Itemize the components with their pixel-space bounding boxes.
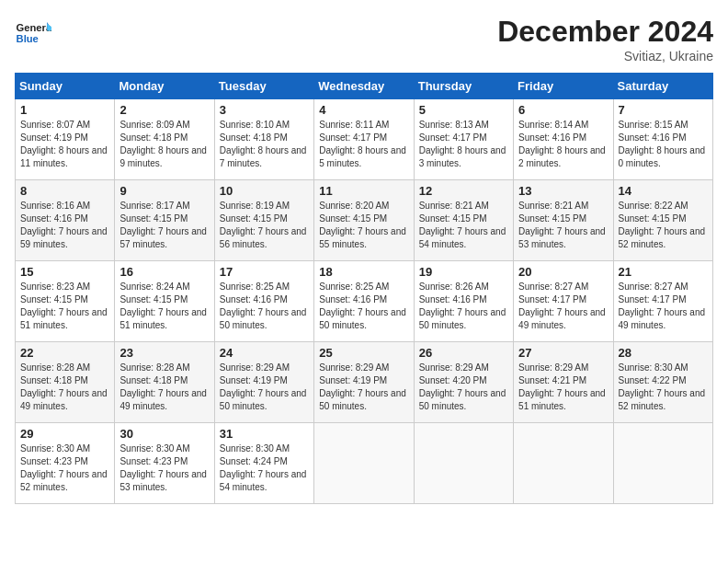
day-info: Sunrise: 8:29 AMSunset: 4:20 PMDaylight:… (419, 362, 508, 413)
calendar-cell (613, 423, 712, 504)
day-info: Sunrise: 8:27 AMSunset: 4:17 PMDaylight:… (619, 281, 708, 332)
day-info: Sunrise: 8:22 AMSunset: 4:15 PMDaylight:… (619, 200, 708, 251)
day-number: 16 (119, 265, 209, 279)
day-number: 6 (518, 103, 608, 117)
calendar-cell: 10Sunrise: 8:19 AMSunset: 4:15 PMDayligh… (214, 180, 313, 261)
svg-text:General: General (17, 22, 51, 33)
day-number: 1 (20, 103, 109, 117)
day-info: Sunrise: 8:27 AMSunset: 4:17 PMDaylight:… (518, 281, 608, 332)
calendar-cell: 13Sunrise: 8:21 AMSunset: 4:15 PMDayligh… (514, 180, 613, 261)
day-info: Sunrise: 8:26 AMSunset: 4:16 PMDaylight:… (419, 281, 508, 332)
weekday-header-monday: Monday (115, 74, 214, 99)
day-number: 11 (319, 184, 408, 198)
day-number: 21 (619, 265, 708, 279)
day-number: 14 (619, 184, 708, 198)
day-info: Sunrise: 8:07 AMSunset: 4:19 PMDaylight:… (20, 119, 109, 170)
day-number: 8 (20, 184, 109, 198)
month-title: December 2024 (497, 15, 713, 49)
day-number: 22 (20, 346, 109, 360)
calendar-cell: 6Sunrise: 8:14 AMSunset: 4:16 PMDaylight… (514, 99, 613, 180)
calendar-table: SundayMondayTuesdayWednesdayThursdayFrid… (15, 73, 713, 504)
day-info: Sunrise: 8:15 AMSunset: 4:16 PMDaylight:… (619, 119, 708, 170)
day-info: Sunrise: 8:21 AMSunset: 4:15 PMDaylight:… (419, 200, 508, 251)
calendar-cell: 30Sunrise: 8:30 AMSunset: 4:23 PMDayligh… (115, 423, 214, 504)
logo-icon: General Blue (15, 15, 51, 52)
day-number: 13 (518, 184, 608, 198)
day-number: 7 (619, 103, 708, 117)
calendar-cell: 7Sunrise: 8:15 AMSunset: 4:16 PMDaylight… (613, 99, 712, 180)
calendar-cell: 1Sunrise: 8:07 AMSunset: 4:19 PMDaylight… (16, 99, 115, 180)
day-info: Sunrise: 8:16 AMSunset: 4:16 PMDaylight:… (20, 200, 109, 251)
day-number: 4 (319, 103, 408, 117)
calendar-cell (314, 423, 414, 504)
day-number: 28 (619, 346, 708, 360)
day-number: 3 (220, 103, 309, 117)
day-info: Sunrise: 8:30 AMSunset: 4:22 PMDaylight:… (619, 362, 708, 413)
calendar-cell: 17Sunrise: 8:25 AMSunset: 4:16 PMDayligh… (214, 261, 313, 342)
day-number: 25 (319, 346, 408, 360)
day-number: 2 (119, 103, 209, 117)
calendar-cell: 8Sunrise: 8:16 AMSunset: 4:16 PMDaylight… (16, 180, 115, 261)
weekday-header-sunday: Sunday (16, 74, 115, 99)
day-number: 15 (20, 265, 109, 279)
calendar-cell: 16Sunrise: 8:24 AMSunset: 4:15 PMDayligh… (115, 261, 214, 342)
day-number: 17 (220, 265, 309, 279)
day-info: Sunrise: 8:29 AMSunset: 4:19 PMDaylight:… (319, 362, 408, 413)
calendar-cell: 21Sunrise: 8:27 AMSunset: 4:17 PMDayligh… (613, 261, 712, 342)
location-subtitle: Svitiaz, Ukraine (497, 49, 713, 63)
day-info: Sunrise: 8:20 AMSunset: 4:15 PMDaylight:… (319, 200, 408, 251)
weekday-header-thursday: Thursday (414, 74, 513, 99)
day-number: 24 (220, 346, 309, 360)
calendar-cell: 28Sunrise: 8:30 AMSunset: 4:22 PMDayligh… (613, 342, 712, 423)
day-info: Sunrise: 8:21 AMSunset: 4:15 PMDaylight:… (518, 200, 608, 251)
day-number: 20 (518, 265, 608, 279)
day-info: Sunrise: 8:30 AMSunset: 4:24 PMDaylight:… (220, 442, 309, 494)
day-number: 10 (220, 184, 309, 198)
calendar-cell: 25Sunrise: 8:29 AMSunset: 4:19 PMDayligh… (314, 342, 414, 423)
calendar-cell: 11Sunrise: 8:20 AMSunset: 4:15 PMDayligh… (314, 180, 414, 261)
day-info: Sunrise: 8:25 AMSunset: 4:16 PMDaylight:… (220, 281, 309, 332)
calendar-cell: 26Sunrise: 8:29 AMSunset: 4:20 PMDayligh… (414, 342, 513, 423)
calendar-cell: 23Sunrise: 8:28 AMSunset: 4:18 PMDayligh… (115, 342, 214, 423)
day-info: Sunrise: 8:28 AMSunset: 4:18 PMDaylight:… (119, 362, 209, 413)
calendar-cell: 12Sunrise: 8:21 AMSunset: 4:15 PMDayligh… (414, 180, 513, 261)
calendar-cell: 20Sunrise: 8:27 AMSunset: 4:17 PMDayligh… (514, 261, 613, 342)
day-number: 23 (119, 346, 209, 360)
calendar-cell: 14Sunrise: 8:22 AMSunset: 4:15 PMDayligh… (613, 180, 712, 261)
day-number: 19 (419, 265, 508, 279)
calendar-cell: 5Sunrise: 8:13 AMSunset: 4:17 PMDaylight… (414, 99, 513, 180)
day-info: Sunrise: 8:30 AMSunset: 4:23 PMDaylight:… (119, 442, 209, 494)
day-info: Sunrise: 8:19 AMSunset: 4:15 PMDaylight:… (220, 200, 309, 251)
day-number: 31 (220, 427, 309, 441)
calendar-week-4: 22Sunrise: 8:28 AMSunset: 4:18 PMDayligh… (16, 342, 713, 423)
day-info: Sunrise: 8:11 AMSunset: 4:17 PMDaylight:… (319, 119, 408, 170)
logo: General Blue (15, 15, 51, 52)
day-info: Sunrise: 8:17 AMSunset: 4:15 PMDaylight:… (119, 200, 209, 251)
day-info: Sunrise: 8:29 AMSunset: 4:21 PMDaylight:… (518, 362, 608, 413)
calendar-cell: 18Sunrise: 8:25 AMSunset: 4:16 PMDayligh… (314, 261, 414, 342)
calendar-week-2: 8Sunrise: 8:16 AMSunset: 4:16 PMDaylight… (16, 180, 713, 261)
day-number: 12 (419, 184, 508, 198)
day-info: Sunrise: 8:25 AMSunset: 4:16 PMDaylight:… (319, 281, 408, 332)
day-info: Sunrise: 8:29 AMSunset: 4:19 PMDaylight:… (220, 362, 309, 413)
svg-text:Blue: Blue (17, 33, 39, 44)
day-info: Sunrise: 8:23 AMSunset: 4:15 PMDaylight:… (20, 281, 109, 332)
calendar-cell: 22Sunrise: 8:28 AMSunset: 4:18 PMDayligh… (16, 342, 115, 423)
weekday-header-friday: Friday (514, 74, 613, 99)
calendar-cell: 4Sunrise: 8:11 AMSunset: 4:17 PMDaylight… (314, 99, 414, 180)
calendar-cell: 15Sunrise: 8:23 AMSunset: 4:15 PMDayligh… (16, 261, 115, 342)
day-number: 29 (20, 427, 109, 441)
calendar-week-1: 1Sunrise: 8:07 AMSunset: 4:19 PMDaylight… (16, 99, 713, 180)
calendar-cell: 3Sunrise: 8:10 AMSunset: 4:18 PMDaylight… (214, 99, 313, 180)
title-block: December 2024 Svitiaz, Ukraine (497, 15, 713, 63)
day-number: 30 (119, 427, 209, 441)
day-info: Sunrise: 8:10 AMSunset: 4:18 PMDaylight:… (220, 119, 309, 170)
day-number: 26 (419, 346, 508, 360)
weekday-header-saturday: Saturday (613, 74, 712, 99)
weekday-header-tuesday: Tuesday (214, 74, 313, 99)
day-info: Sunrise: 8:09 AMSunset: 4:18 PMDaylight:… (119, 119, 209, 170)
calendar-cell: 31Sunrise: 8:30 AMSunset: 4:24 PMDayligh… (214, 423, 313, 504)
calendar-cell: 2Sunrise: 8:09 AMSunset: 4:18 PMDaylight… (115, 99, 214, 180)
calendar-cell (514, 423, 613, 504)
calendar-cell: 24Sunrise: 8:29 AMSunset: 4:19 PMDayligh… (214, 342, 313, 423)
